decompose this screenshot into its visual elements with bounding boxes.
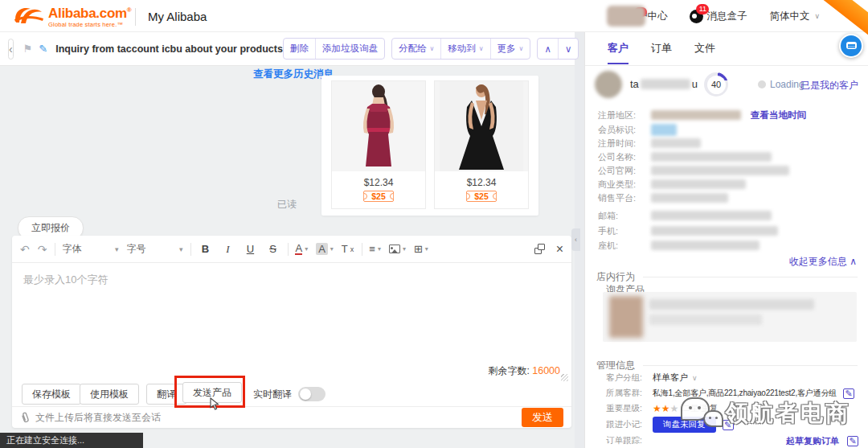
paperclip-icon xyxy=(18,410,32,425)
caret-down-icon: ▾ xyxy=(425,245,428,253)
inquiry-product-item[interactable] xyxy=(603,292,857,342)
more-dropdown[interactable]: 更多∨ xyxy=(490,39,530,59)
chat-bubble-icon[interactable] xyxy=(839,34,863,58)
realtime-translate-label: 实时翻译 xyxy=(253,388,292,401)
field-row: 销售平台: xyxy=(585,191,868,204)
product-list-price-tag: $25 xyxy=(466,191,497,202)
mouse-cursor-icon xyxy=(209,397,219,410)
next-message-button[interactable]: ∨ xyxy=(558,39,578,59)
star-level-value: 二星/重复 xyxy=(682,403,718,414)
product-tile[interactable]: $12.34 $25 xyxy=(434,80,529,209)
resize-handle[interactable] xyxy=(561,374,568,381)
font-color-button[interactable]: A▾ xyxy=(295,244,308,255)
caret-down-icon: ▾ xyxy=(179,245,183,253)
user-center-menu[interactable]: 户中心 xyxy=(607,6,668,27)
close-editor-button[interactable]: × xyxy=(556,242,563,257)
customer-score-ring[interactable]: 40 xyxy=(704,72,728,97)
star-icon[interactable]: ★ xyxy=(653,403,661,414)
name-blur xyxy=(641,79,690,89)
brand-text: Alibaba.com® xyxy=(48,3,131,21)
order-tracking-row: 订单跟踪: 起草复购订单 ✎ xyxy=(585,435,868,446)
field-value-blur xyxy=(651,240,760,250)
star-icon[interactable]: ★ xyxy=(661,403,670,414)
bold-button[interactable]: B xyxy=(198,243,212,255)
edit-order-icon[interactable]: ✎ xyxy=(847,436,858,446)
add-spam-button[interactable]: 添加垃圾询盘 xyxy=(315,39,384,59)
highlight-color-button[interactable]: A▾ xyxy=(316,243,334,255)
tab-orders[interactable]: 订单 xyxy=(651,41,672,57)
follow-up-note-row: 跟进小记: 询盘未回复 ✎ xyxy=(585,417,868,433)
segment-row: 所属客群: 私海1,全部客户,商品221,zhaiyao221test2,客户通… xyxy=(585,388,868,399)
field-value-blur xyxy=(651,138,701,148)
product-list-price-tag: $25 xyxy=(363,191,394,202)
loading-spinner xyxy=(758,80,766,88)
font-family-dropdown[interactable]: 字体▾ xyxy=(62,242,118,256)
alibaba-logo[interactable]: Alibaba.com® Global trade starts here.™ xyxy=(11,3,131,28)
insert-image-button[interactable]: ▾ xyxy=(389,245,406,253)
product-tile[interactable]: $12.34 $25 xyxy=(331,80,426,209)
use-template-button[interactable]: 使用模板 xyxy=(80,384,139,405)
my-alibaba-title: My Alibaba xyxy=(148,10,207,23)
clear-format-button[interactable]: Tx xyxy=(342,243,354,255)
caret-down-icon: ▾ xyxy=(330,245,334,253)
section-management: 管理信息 xyxy=(596,359,858,372)
inquiry-unreplied-badge: 询盘未回复 xyxy=(653,417,716,433)
inquiry-product-text-blur xyxy=(649,299,814,310)
view-local-time-link[interactable]: 查看当地时间 xyxy=(751,109,806,121)
top-header: Alibaba.com® Global trade starts here.™ … xyxy=(0,0,868,32)
chevron-up-icon: ∧ xyxy=(850,256,857,267)
field-value-blur xyxy=(651,179,746,189)
back-button[interactable]: ‹ xyxy=(8,39,14,60)
star-icon[interactable]: ★ xyxy=(670,403,679,414)
italic-button[interactable]: I xyxy=(220,243,235,256)
edit-segment-icon[interactable]: ✎ xyxy=(843,388,854,399)
is-my-customer-link[interactable]: 已是我的客户 xyxy=(800,79,858,92)
tab-files[interactable]: 文件 xyxy=(694,41,715,57)
field-value-blur xyxy=(651,110,741,120)
edit-note-icon[interactable]: ✎ xyxy=(723,420,734,430)
undo-button[interactable]: ↶ xyxy=(20,243,30,256)
connection-status-bar: 正在建立安全连接... xyxy=(0,433,143,448)
message-count-badge: 11 xyxy=(696,4,709,14)
font-size-dropdown[interactable]: 字号▾ xyxy=(126,242,182,256)
collapse-more-info-link[interactable]: 收起更多信息 ∧ xyxy=(789,255,857,269)
field-value-blur xyxy=(651,124,677,136)
language-selector[interactable]: 简体中文 ∨ xyxy=(769,10,820,23)
chevron-down-icon: ∨ xyxy=(814,12,820,20)
list-button[interactable]: ≡▾ xyxy=(369,243,381,255)
product-image-black-dress xyxy=(435,81,528,171)
prev-message-button[interactable]: ∧ xyxy=(538,39,557,59)
message-box-menu[interactable]: 11 消息盒子 xyxy=(690,10,747,23)
draft-repurchase-order-link[interactable]: 起草复购订单 xyxy=(786,435,839,447)
underline-button[interactable]: U xyxy=(243,243,257,255)
field-row: 座机: xyxy=(585,239,868,252)
strikethrough-button[interactable]: S xyxy=(265,243,280,255)
realtime-translate-toggle[interactable] xyxy=(298,387,326,401)
customer-group-dropdown[interactable]: 样单客户 xyxy=(653,372,688,384)
customer-avatar[interactable] xyxy=(595,71,622,98)
header-divider xyxy=(135,8,136,26)
move-to-dropdown[interactable]: 移动到∨ xyxy=(440,39,489,59)
field-row: 公司名称: xyxy=(585,150,868,163)
insert-table-button[interactable]: ⊞▾ xyxy=(414,243,428,255)
save-template-button[interactable]: 保存模板 xyxy=(22,384,81,405)
tab-customer[interactable]: 客户 xyxy=(608,41,628,57)
flag-icon[interactable]: ⚑ xyxy=(23,43,33,55)
alibaba-logo-icon xyxy=(11,3,47,27)
message-input[interactable]: 最少录入10个字符 xyxy=(12,263,571,364)
attach-file-button[interactable]: 文件上传后将直接发送至会话 xyxy=(20,411,161,425)
compose-icon[interactable]: ✎ xyxy=(39,43,47,55)
image-icon xyxy=(389,245,400,253)
redo-button[interactable]: ↷ xyxy=(38,243,47,256)
collapse-sidebar-handle[interactable]: ‹ xyxy=(571,228,580,251)
assign-to-dropdown[interactable]: 分配给∨ xyxy=(392,39,440,59)
read-status: 已读 xyxy=(277,198,297,212)
inquiry-product-text-blur xyxy=(649,314,762,325)
popout-editor-button[interactable] xyxy=(534,244,545,254)
inquiry-product-image-blur xyxy=(609,296,643,338)
delete-button[interactable]: 删除 xyxy=(284,39,315,59)
tutorial-highlight-box: 发送产品 xyxy=(174,376,245,408)
chevron-down-icon: ∨ xyxy=(479,45,484,52)
send-button[interactable]: 发送 xyxy=(522,408,563,427)
chevron-down-icon: ∨ xyxy=(519,45,524,52)
